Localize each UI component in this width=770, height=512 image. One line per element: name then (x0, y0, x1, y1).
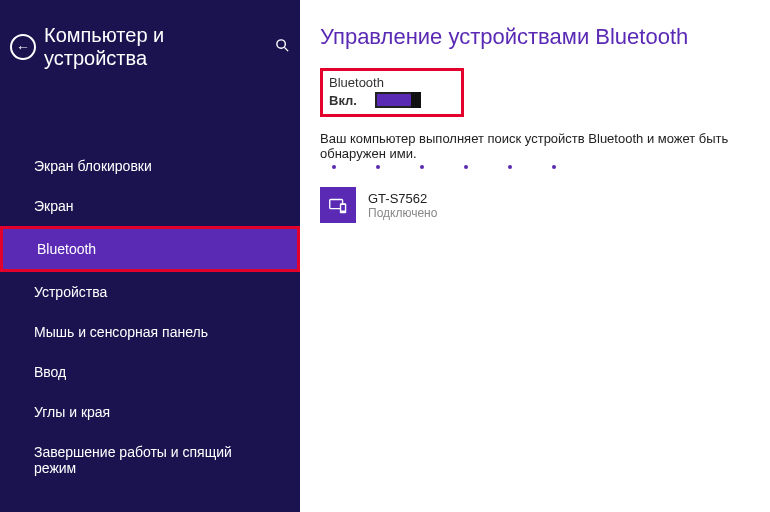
device-info: GT-S7562 Подключено (368, 191, 437, 220)
back-button[interactable]: ← (10, 34, 36, 60)
sidebar-menu: Экран блокировки Экран Bluetooth Устройс… (0, 146, 300, 488)
device-status: Подключено (368, 206, 437, 220)
sidebar-item-power[interactable]: Завершение работы и спящий режим (0, 432, 300, 488)
sidebar-item-bluetooth[interactable]: Bluetooth (0, 226, 300, 272)
arrow-left-icon: ← (16, 39, 30, 55)
bluetooth-toggle-label: Bluetooth (329, 75, 421, 90)
dot-icon (552, 165, 556, 169)
dot-icon (332, 165, 336, 169)
svg-line-1 (284, 47, 288, 51)
toggle-handle-icon (411, 92, 421, 108)
page-title: Управление устройствами Bluetooth (320, 24, 750, 50)
sidebar: ← Компьютер и устройства Экран блокировк… (0, 0, 300, 512)
dot-icon (464, 165, 468, 169)
dot-icon (508, 165, 512, 169)
sidebar-item-corners[interactable]: Углы и края (0, 392, 300, 432)
bluetooth-toggle-box: Bluetooth Вкл. (320, 68, 464, 117)
device-name: GT-S7562 (368, 191, 437, 206)
sidebar-header: ← Компьютер и устройства (0, 0, 300, 86)
dot-icon (376, 165, 380, 169)
phone-icon (320, 187, 356, 223)
searching-indicator (320, 165, 750, 169)
sidebar-item-devices[interactable]: Устройства (0, 272, 300, 312)
bluetooth-toggle-state: Вкл. (329, 93, 357, 108)
search-status-text: Ваш компьютер выполняет поиск устройств … (320, 131, 750, 161)
sidebar-item-mouse[interactable]: Мышь и сенсорная панель (0, 312, 300, 352)
sidebar-item-input[interactable]: Ввод (0, 352, 300, 392)
sidebar-item-display[interactable]: Экран (0, 186, 300, 226)
search-icon[interactable] (275, 38, 290, 56)
bluetooth-toggle[interactable] (375, 92, 421, 108)
svg-rect-4 (341, 205, 345, 211)
svg-point-0 (277, 40, 285, 48)
device-item[interactable]: GT-S7562 Подключено (320, 187, 750, 223)
main-panel: Управление устройствами Bluetooth Blueto… (300, 0, 770, 512)
sidebar-title: Компьютер и устройства (44, 24, 267, 70)
sidebar-item-lockscreen[interactable]: Экран блокировки (0, 146, 300, 186)
dot-icon (420, 165, 424, 169)
